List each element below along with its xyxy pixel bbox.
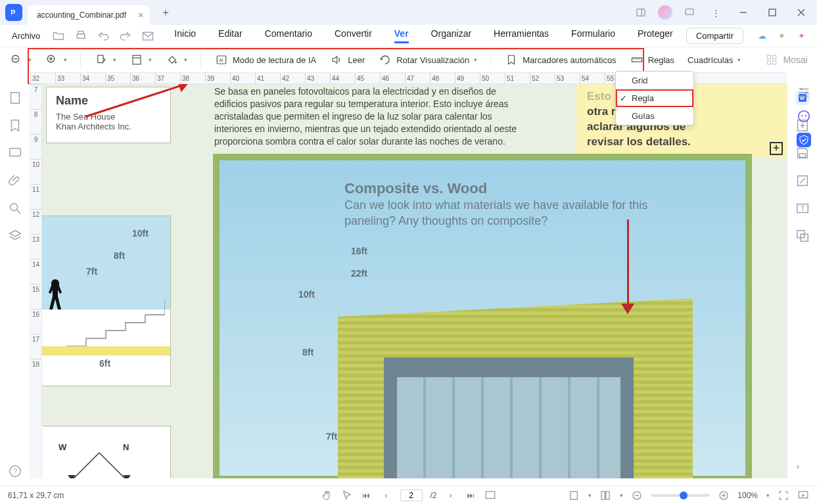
save-page-icon[interactable]: [795, 146, 810, 160]
zoom-out-button[interactable]: ▾: [9, 53, 32, 67]
reading-mode-icon[interactable]: [484, 490, 496, 501]
note-expand-icon[interactable]: +: [770, 142, 783, 155]
svg-rect-17: [98, 55, 103, 62]
star-burst-icon[interactable]: ✶: [775, 30, 788, 43]
layers-icon[interactable]: [8, 229, 22, 243]
next-page-icon[interactable]: ›: [445, 490, 457, 501]
zoom-in-button[interactable]: ▾: [45, 53, 67, 67]
first-page-icon[interactable]: ⏮: [360, 490, 372, 501]
bookmarks-panel-icon[interactable]: [8, 118, 22, 133]
zoom-out-icon: [9, 53, 24, 67]
edit-page-icon[interactable]: [795, 173, 810, 188]
dropdown-option-grid[interactable]: Grid: [616, 72, 693, 89]
zoom-in-sb-icon[interactable]: [718, 490, 730, 501]
menu-inicio[interactable]: Inicio: [174, 28, 196, 43]
mail-icon[interactable]: [141, 30, 154, 43]
menu-herramientas[interactable]: Herramientas: [494, 28, 549, 43]
user-avatar[interactable]: [658, 5, 672, 20]
zoom-level: 100%: [737, 491, 758, 500]
mosaic-button[interactable]: Mosai: [764, 53, 807, 67]
svg-rect-63: [571, 492, 578, 499]
close-window-button[interactable]: [791, 5, 812, 20]
presentation-icon[interactable]: [797, 490, 809, 501]
menu-organizar[interactable]: Organizar: [431, 28, 471, 43]
zoom-slider[interactable]: [651, 494, 710, 497]
svg-point-59: [799, 111, 810, 122]
dropdown-option-guias[interactable]: Guías: [616, 107, 693, 125]
tab-title: accounting_Combinar.pdf: [37, 11, 126, 20]
thumbnails-icon[interactable]: [8, 91, 22, 105]
svg-rect-30: [768, 61, 771, 64]
prev-page-icon[interactable]: ‹: [380, 490, 392, 501]
ruler-tick: 38: [180, 73, 205, 83]
menu-convertir[interactable]: Convertir: [335, 28, 372, 43]
menu-ver[interactable]: Ver: [394, 28, 409, 43]
help-icon[interactable]: ?: [8, 464, 22, 478]
fit-page-button[interactable]: ▾: [94, 53, 116, 67]
cloud-icon[interactable]: ☁: [755, 30, 768, 43]
auto-bookmarks-button[interactable]: Marcadores automáticos: [504, 53, 616, 67]
image-tool-icon[interactable]: [795, 229, 810, 243]
blueprint-panel: Composite vs. Wood Can we look into what…: [213, 154, 752, 478]
menu-formulario[interactable]: Formulario: [571, 28, 615, 43]
document-tab[interactable]: accounting_Combinar.pdf ×: [28, 5, 150, 25]
menu-archivo[interactable]: Archivo: [9, 28, 43, 43]
text-box-icon[interactable]: T: [795, 201, 810, 216]
dim-6ft: 6ft: [99, 358, 110, 369]
close-tab-icon[interactable]: ×: [138, 10, 143, 20]
comments-icon[interactable]: [8, 146, 22, 160]
rulers-button[interactable]: Reglas: [630, 53, 674, 67]
chat-icon[interactable]: [680, 5, 699, 20]
bp-dim-8: 8ft: [302, 347, 314, 357]
last-page-icon[interactable]: ⏭: [465, 490, 477, 501]
fullscreen-icon[interactable]: [778, 490, 789, 501]
svg-rect-65: [606, 492, 609, 499]
menu-editar[interactable]: Editar: [218, 28, 243, 43]
ruler-tick-v: 9: [30, 134, 41, 159]
ruler-tick: 37: [155, 73, 180, 83]
body-paragraph: Se basa en paneles fotovoltaicos para la…: [214, 85, 517, 147]
hand-tool-icon[interactable]: [321, 490, 333, 501]
minimize-button[interactable]: [733, 5, 754, 20]
properties-sliders-icon[interactable]: [797, 85, 811, 100]
ruler-tick: 35: [105, 73, 130, 83]
compass-w: W: [58, 442, 66, 452]
sparkle-icon[interactable]: ✦: [795, 30, 808, 43]
menu-proteger[interactable]: Proteger: [638, 28, 673, 43]
rotate-view-button[interactable]: Rotar Visualización▾: [378, 53, 477, 67]
dropdown-option-regla[interactable]: Regla: [616, 89, 693, 107]
background-button[interactable]: ▾: [165, 53, 187, 67]
svg-text:?: ?: [13, 468, 17, 475]
titlebar: accounting_Combinar.pdf × ＋ ⋮: [0, 0, 817, 25]
protect-shield-icon[interactable]: [797, 133, 811, 147]
print-icon[interactable]: [74, 30, 87, 43]
redo-icon[interactable]: [119, 30, 132, 43]
ai-read-label: Modo de lectura de IA: [233, 55, 316, 65]
select-tool-icon[interactable]: [340, 490, 352, 501]
single-page-sb-icon[interactable]: [599, 490, 611, 501]
page-layout-button[interactable]: ▾: [129, 53, 152, 67]
ai-read-mode-button[interactable]: AIModo de lectura de IA: [214, 53, 316, 67]
share-button[interactable]: Compartir: [686, 28, 743, 44]
page-number-input[interactable]: [400, 490, 422, 501]
fit-width-sb-icon[interactable]: [568, 490, 580, 501]
attachments-icon[interactable]: [8, 173, 22, 188]
open-icon[interactable]: [52, 30, 65, 43]
ai-chat-icon[interactable]: [797, 109, 811, 124]
grids-button[interactable]: Cuadrículas▾: [688, 55, 741, 65]
undo-icon[interactable]: [97, 30, 110, 43]
collapse-right-icon[interactable]: ›: [797, 461, 811, 476]
window-layout-icon[interactable]: [632, 5, 650, 20]
new-tab-button[interactable]: ＋: [155, 5, 176, 21]
menu-comentario[interactable]: Comentario: [265, 28, 312, 43]
maximize-button[interactable]: [762, 5, 783, 20]
zoom-out-sb-icon[interactable]: [631, 490, 643, 501]
read-aloud-button[interactable]: Leer: [329, 53, 365, 67]
more-icon[interactable]: ⋮: [707, 5, 725, 20]
search-panel-icon[interactable]: [8, 201, 22, 216]
document-canvas[interactable]: Name The Sea House Khan Architects Inc. …: [42, 84, 787, 478]
bookmark-icon: [504, 53, 519, 67]
bp-dim-7: 7ft: [326, 431, 337, 442]
ruler-tick-v: 10: [30, 159, 41, 184]
ruler-tick: 36: [130, 73, 155, 83]
